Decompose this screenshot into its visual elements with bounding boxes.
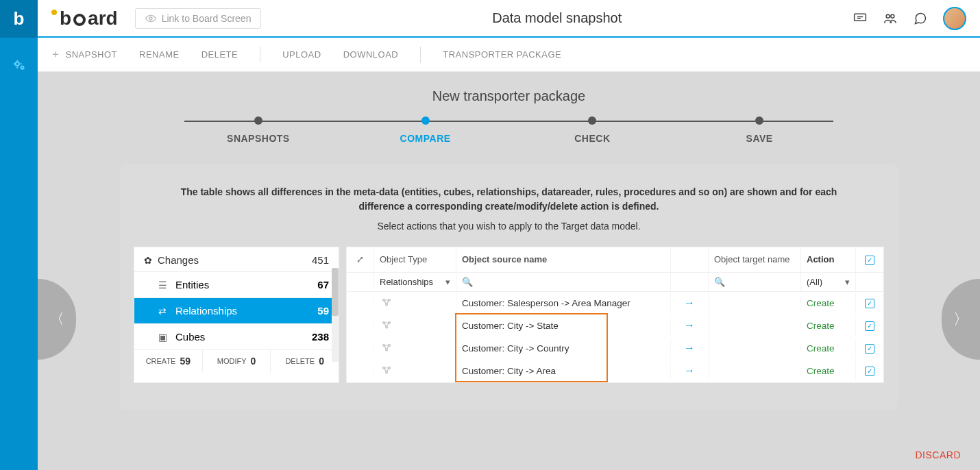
row-checkbox[interactable]: ✓ xyxy=(856,338,883,358)
gear-icon[interactable] xyxy=(12,58,27,73)
changes-sidebar: ✿Changes 451 ☰Entities 67 ⇄Relationships… xyxy=(134,247,339,383)
source-name: Customer: City -> State xyxy=(456,316,671,336)
step-compare[interactable]: COMPARE xyxy=(342,133,509,144)
section-title: New transporter package xyxy=(38,72,980,116)
relationship-type-icon xyxy=(374,338,456,358)
canvas: New transporter package SNAPSHOTS COMPAR… xyxy=(38,72,980,470)
svg-point-0 xyxy=(15,62,19,66)
arrow-icon: → xyxy=(671,314,709,336)
presentation-icon[interactable] xyxy=(853,12,868,25)
rename-button[interactable]: RENAME xyxy=(139,49,180,60)
filter-source-search[interactable]: 🔍 xyxy=(456,273,671,291)
svg-point-15 xyxy=(383,367,385,369)
col-target-name[interactable]: Object target name xyxy=(709,247,801,272)
intro-text: The table shows all differences in the m… xyxy=(160,185,859,214)
svg-point-2 xyxy=(149,17,152,20)
col-source-name[interactable]: Object source name xyxy=(456,247,671,272)
entities-icon: ☰ xyxy=(155,280,170,290)
chat-icon[interactable] xyxy=(913,12,928,25)
prev-arrow[interactable]: 〈 xyxy=(38,279,76,360)
search-icon: 🔍 xyxy=(462,277,473,287)
delete-count: DELETE0 xyxy=(271,350,339,372)
arrow-icon: → xyxy=(671,337,709,359)
col-object-type[interactable]: Object Type xyxy=(374,247,456,272)
download-button[interactable]: DOWNLOAD xyxy=(343,49,399,60)
top-bar: bard Link to Board Screen Data model sna… xyxy=(38,0,980,38)
arrow-icon: → xyxy=(671,292,709,314)
brand-logo: bard xyxy=(51,8,118,29)
subintro-text: Select actions that you wish to apply to… xyxy=(134,221,884,232)
svg-point-7 xyxy=(389,299,391,301)
table-row[interactable]: Customer: Salesperson -> Area Manager→Cr… xyxy=(347,292,883,314)
svg-point-10 xyxy=(389,322,391,324)
source-name: Customer: Salesperson -> Area Manager xyxy=(456,293,671,313)
changes-icon: ✿ xyxy=(144,255,152,266)
expand-header[interactable]: ⤢ xyxy=(347,247,374,272)
table-row[interactable]: Customer: City -> Country→Create✓ xyxy=(347,337,883,360)
table-row[interactable]: Customer: City -> State→Create✓ xyxy=(347,314,883,337)
sidebar-item-cubes[interactable]: ▣Cubes 238 xyxy=(134,323,339,349)
svg-point-17 xyxy=(386,371,388,373)
sidebar-item-entities[interactable]: ☰Entities 67 xyxy=(134,271,339,297)
svg-point-6 xyxy=(383,299,385,301)
source-name: Customer: City -> Country xyxy=(456,338,671,358)
action-toolbar: ＋ SNAPSHOT RENAME DELETE UPLOAD DOWNLOAD… xyxy=(38,38,980,72)
target-name xyxy=(709,343,801,353)
app-logo-icon[interactable]: b xyxy=(0,0,38,38)
next-arrow[interactable]: 〉 xyxy=(942,279,980,360)
filter-object-type[interactable]: Relationships▾ xyxy=(374,273,456,291)
filter-target-search[interactable]: 🔍 xyxy=(709,273,801,291)
svg-point-14 xyxy=(386,349,388,351)
row-checkbox[interactable]: ✓ xyxy=(856,293,883,313)
step-check[interactable]: CHECK xyxy=(509,133,676,144)
sidebar-scrollbar-thumb[interactable] xyxy=(332,268,339,316)
target-name xyxy=(709,321,801,330)
transporter-package-button[interactable]: TRANSPORTER PACKAGE xyxy=(443,49,561,60)
target-name xyxy=(709,366,801,375)
row-checkbox[interactable]: ✓ xyxy=(856,315,883,336)
toolbar-divider xyxy=(260,47,260,63)
stepper: SNAPSHOTS COMPARE CHECK SAVE xyxy=(175,116,843,144)
row-checkbox[interactable]: ✓ xyxy=(856,360,883,381)
changes-total: 451 xyxy=(312,254,329,266)
users-icon[interactable] xyxy=(883,12,898,25)
search-icon: 🔍 xyxy=(714,277,725,287)
step-save[interactable]: SAVE xyxy=(676,133,843,144)
modify-count: MODIFY0 xyxy=(203,350,271,372)
col-select-all[interactable]: ✓ xyxy=(856,247,883,272)
arrow-icon: → xyxy=(671,360,709,382)
source-name: Customer: City -> Area xyxy=(456,361,671,381)
row-action: Create xyxy=(801,316,856,336)
step-snapshots[interactable]: SNAPSHOTS xyxy=(175,133,342,144)
svg-point-1 xyxy=(21,66,23,69)
relationship-type-icon xyxy=(374,293,456,313)
col-action[interactable]: Action xyxy=(801,247,856,272)
plus-icon: ＋ xyxy=(50,47,62,62)
filter-action[interactable]: (All)▾ xyxy=(801,273,856,291)
delete-button[interactable]: DELETE xyxy=(201,49,238,60)
svg-point-13 xyxy=(389,345,391,347)
upload-button[interactable]: UPLOAD xyxy=(282,49,321,60)
toolbar-divider xyxy=(420,47,421,63)
page-title: Data model snapshot xyxy=(261,10,853,26)
svg-point-9 xyxy=(383,322,385,324)
sidebar-item-relationships[interactable]: ⇄Relationships 59 xyxy=(134,297,339,323)
compare-panel: The table shows all differences in the m… xyxy=(120,164,898,410)
snapshot-button[interactable]: ＋ SNAPSHOT xyxy=(50,47,117,62)
svg-point-12 xyxy=(383,345,385,347)
chevron-down-icon: ▾ xyxy=(845,277,850,287)
table-row[interactable]: Customer: City -> Area→Create✓ xyxy=(347,360,883,382)
chevron-down-icon: ▾ xyxy=(445,277,450,287)
discard-button[interactable]: DISCARD xyxy=(915,449,961,460)
link-to-board-button[interactable]: Link to Board Screen xyxy=(135,8,262,29)
relationship-type-icon xyxy=(374,315,456,336)
svg-point-8 xyxy=(386,304,388,306)
snapshot-label: SNAPSHOT xyxy=(66,49,118,60)
relationship-type-icon xyxy=(374,360,456,381)
avatar[interactable] xyxy=(943,7,966,30)
relationships-icon: ⇄ xyxy=(155,306,170,317)
changes-title: Changes xyxy=(158,254,199,266)
cubes-icon: ▣ xyxy=(155,332,170,343)
eye-icon xyxy=(145,13,156,24)
target-name xyxy=(709,298,801,308)
